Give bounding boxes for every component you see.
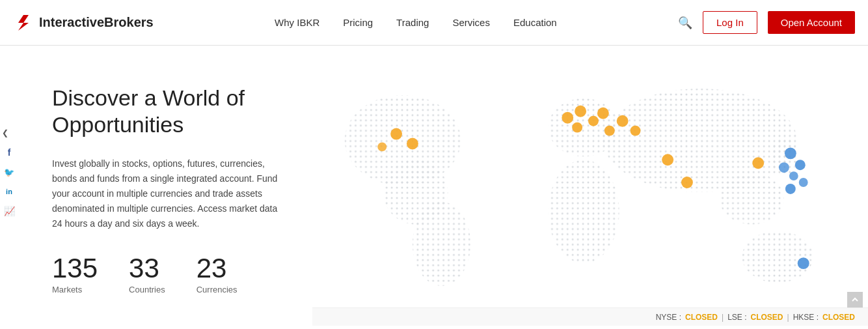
status-bar: NYSE : CLOSED | LSE : CLOSED | HKSE : CL… (312, 308, 868, 326)
svg-point-8 (720, 173, 784, 224)
svg-point-12 (407, 138, 418, 150)
map-area: NYSE : CLOSED | LSE : CLOSED | HKSE : CL… (312, 46, 868, 326)
twitter-icon[interactable]: 🐦 (0, 163, 18, 181)
world-map (312, 46, 868, 326)
sidebar-collapse-arrow[interactable]: ❮ (0, 124, 10, 142)
main-content: ❮ f 🐦 in 📈 Discover a World of Opportuni… (0, 46, 868, 326)
svg-point-19 (604, 126, 615, 136)
svg-point-23 (681, 177, 693, 188)
svg-point-18 (572, 122, 582, 133)
svg-point-22 (662, 154, 673, 165)
svg-point-24 (752, 157, 764, 169)
logo[interactable]: InteractiveBrokers (13, 12, 154, 33)
nyse-label: NYSE : (656, 313, 681, 322)
logo-text: InteractiveBrokers (39, 15, 154, 30)
markets-label: Markets (52, 285, 98, 294)
nav-pricing[interactable]: Pricing (343, 14, 373, 31)
hkse-status: CLOSED (822, 313, 855, 322)
lse-hkse-sep: | (787, 313, 789, 322)
header: InteractiveBrokers Why IBKR Pricing Trad… (0, 0, 868, 46)
svg-point-20 (617, 115, 629, 127)
svg-point-11 (390, 128, 402, 140)
stat-currencies: 23 Currencies (197, 255, 237, 294)
svg-point-28 (789, 171, 798, 180)
main-nav: Why IBKR Pricing Trading Services Educat… (275, 14, 557, 31)
content-left: Discover a World of Opportunities Invest… (0, 46, 312, 326)
svg-point-31 (798, 257, 809, 269)
svg-point-26 (795, 160, 806, 170)
stat-countries: 33 Countries (129, 255, 165, 294)
markets-number: 135 (52, 255, 98, 282)
nav-education[interactable]: Education (513, 14, 557, 31)
svg-point-14 (562, 112, 573, 124)
hkse-label: HKSE : (793, 313, 819, 322)
nav-actions: 🔍 Log In Open Account (678, 11, 855, 34)
hero-title: Discover a World of Opportunities (52, 85, 286, 138)
scroll-up-icon (851, 296, 859, 304)
lse-status: CLOSED (750, 313, 783, 322)
nav-services[interactable]: Services (452, 14, 490, 31)
hero-description: Invest globally in stocks, options, futu… (52, 156, 286, 231)
nav-why-ibkr[interactable]: Why IBKR (275, 14, 319, 31)
svg-point-17 (597, 107, 609, 119)
svg-point-25 (785, 147, 796, 159)
svg-point-15 (575, 106, 586, 117)
countries-label: Countries (129, 285, 165, 294)
svg-point-29 (799, 178, 808, 187)
countries-number: 33 (129, 255, 165, 282)
currencies-label: Currencies (197, 285, 237, 294)
svg-point-30 (785, 184, 796, 194)
linkedin-icon[interactable]: in (0, 182, 18, 201)
open-account-button[interactable]: Open Account (768, 11, 855, 34)
login-button[interactable]: Log In (703, 11, 757, 34)
lse-label: LSE : (727, 313, 746, 322)
svg-marker-0 (18, 15, 29, 31)
stats-section: 135 Markets 33 Countries 23 Currencies (52, 255, 286, 294)
stocktwits-icon[interactable]: 📈 (0, 202, 18, 220)
nyse-status: CLOSED (685, 313, 718, 322)
scroll-button[interactable] (847, 292, 863, 308)
social-sidebar: ❮ f 🐦 in 📈 (0, 124, 18, 220)
svg-point-21 (631, 126, 641, 136)
nav-trading[interactable]: Trading (396, 14, 429, 31)
svg-point-9 (742, 231, 813, 283)
facebook-icon[interactable]: f (0, 143, 18, 162)
nyse-lse-sep: | (722, 313, 724, 322)
stat-markets: 135 Markets (52, 255, 98, 294)
svg-point-27 (779, 162, 789, 173)
svg-point-16 (588, 116, 599, 126)
ibkr-logo-icon (13, 12, 34, 33)
search-icon[interactable]: 🔍 (678, 16, 692, 30)
currencies-number: 23 (197, 255, 237, 282)
svg-point-6 (548, 160, 619, 263)
svg-point-4 (413, 202, 470, 286)
svg-point-13 (377, 142, 387, 151)
